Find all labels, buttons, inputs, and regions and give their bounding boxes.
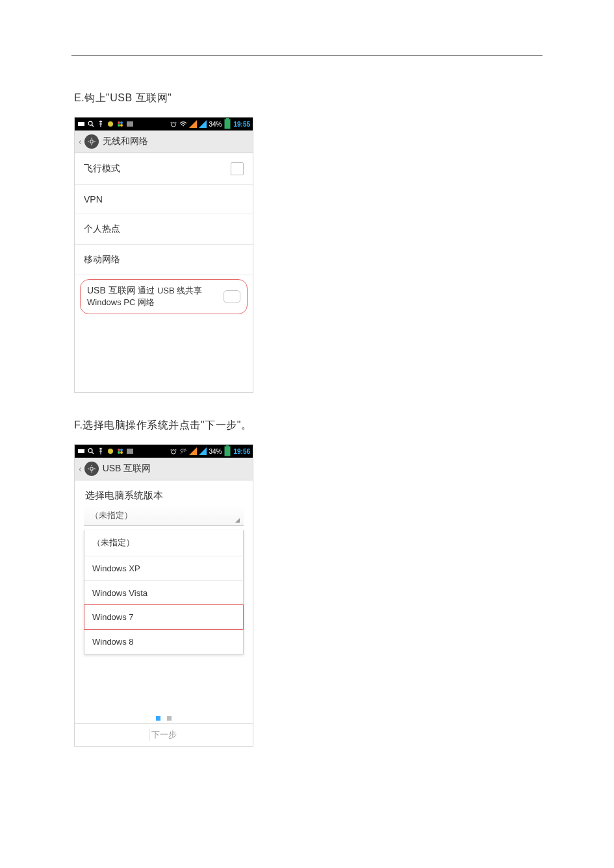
os-select-heading: 选择电脑系统版本 <box>75 480 253 506</box>
os-select-current[interactable]: （未指定） <box>84 506 244 526</box>
usb-screen-title: USB 互联网 <box>103 463 151 475</box>
svg-rect-18 <box>94 141 96 142</box>
page-dot-2 <box>167 716 172 721</box>
battery-percent: 34% <box>209 448 222 455</box>
status-left-icons <box>77 447 134 455</box>
svg-point-14 <box>88 138 95 145</box>
alarm-icon <box>170 447 177 455</box>
step-e-caption: E.钩上"USB 互联网" <box>74 92 543 105</box>
svg-marker-31 <box>199 447 207 455</box>
status-right-icons: 34% 19:55 <box>170 120 250 128</box>
row-vpn[interactable]: VPN <box>75 185 253 214</box>
phone-blank-area <box>75 314 253 392</box>
usb-title-bar[interactable]: ‹ USB 互联网 <box>75 458 253 480</box>
step-f-caption: F.选择电脑操作系统并点击"下一步"。 <box>74 419 543 432</box>
search-icon <box>87 120 95 128</box>
usb-icon <box>97 120 105 128</box>
signal-2-icon <box>199 447 207 455</box>
svg-marker-10 <box>189 120 197 128</box>
battery-percent: 34% <box>209 121 222 128</box>
wifi-off-icon <box>179 447 187 455</box>
svg-rect-32 <box>225 447 231 456</box>
row-label: 飞行模式 <box>84 163 225 175</box>
row-label: 移动网络 <box>84 254 244 266</box>
svg-marker-11 <box>199 120 207 128</box>
os-option-winxp[interactable]: Windows XP <box>84 556 243 580</box>
signal-1-icon <box>189 120 197 128</box>
svg-point-9 <box>172 123 175 127</box>
battery-icon <box>224 120 231 128</box>
page-indicator <box>75 654 253 723</box>
back-chevron-icon[interactable]: ‹ <box>79 464 82 474</box>
row-airplane-mode[interactable]: 飞行模式 <box>75 153 253 185</box>
back-chevron-icon[interactable]: ‹ <box>79 136 82 147</box>
os-option-winvista[interactable]: Windows Vista <box>84 580 243 605</box>
page-header-rule <box>71 55 543 56</box>
keyboard-icon <box>77 120 85 128</box>
page-dot-1 <box>156 716 160 721</box>
phone-frame-2: 34% 19:56 ‹ USB 互联网 选择电脑系统版本 （未指定） （未指定）… <box>74 444 253 747</box>
svg-rect-37 <box>88 468 89 469</box>
svg-point-26 <box>120 451 123 454</box>
apps-icon <box>116 120 124 128</box>
settings-list: 飞行模式 VPN 个人热点 移动网络 USB 互联网 通过 USB 线共享 Wi… <box>75 153 253 392</box>
signal-2-icon <box>199 120 207 128</box>
os-option-unspecified[interactable]: （未指定） <box>84 530 243 556</box>
svg-line-2 <box>92 125 94 127</box>
sync-icon <box>107 120 114 128</box>
svg-rect-12 <box>225 119 231 129</box>
status-time: 19:55 <box>233 121 250 128</box>
svg-point-5 <box>120 121 123 124</box>
usb-row-title: USB 互联网 <box>87 285 136 295</box>
os-dropdown-list: （未指定） Windows XP Windows Vista Windows 7… <box>84 530 244 654</box>
usb-internet-checkbox[interactable] <box>224 290 240 303</box>
settings-title-bar[interactable]: ‹ 无线和网络 <box>75 130 253 153</box>
svg-rect-33 <box>226 445 229 447</box>
next-button[interactable]: 下一步 <box>151 729 177 741</box>
signal-1-icon <box>189 447 197 455</box>
svg-point-6 <box>118 124 120 127</box>
bottom-bar-separator <box>149 729 150 741</box>
row-mobile-network[interactable]: 移动网络 <box>75 245 253 275</box>
status-right-icons: 34% 19:56 <box>170 447 250 455</box>
svg-point-25 <box>118 451 120 454</box>
svg-point-24 <box>120 449 123 451</box>
screenshot-1: 34% 19:55 ‹ 无线和网络 飞行模式 <box>74 117 543 393</box>
svg-rect-0 <box>78 122 84 126</box>
svg-rect-27 <box>127 449 133 454</box>
row-label: 个人热点 <box>84 223 244 235</box>
usb-row-text: USB 互联网 通过 USB 线共享 Windows PC 网络 <box>87 285 218 308</box>
os-option-win7-selected[interactable]: Windows 7 <box>84 604 244 630</box>
os-option-win8[interactable]: Windows 8 <box>84 629 243 654</box>
usb-icon <box>97 447 105 455</box>
android-status-bar: 34% 19:55 <box>75 118 253 130</box>
svg-point-23 <box>118 449 120 451</box>
svg-point-28 <box>172 450 175 454</box>
settings-gear-icon <box>84 462 99 476</box>
android-status-bar: 34% 19:56 <box>75 445 253 458</box>
airplane-checkbox[interactable] <box>231 162 244 175</box>
alarm-icon <box>170 120 177 128</box>
svg-point-1 <box>88 121 92 125</box>
screenshot-2: 34% 19:56 ‹ USB 互联网 选择电脑系统版本 （未指定） （未指定）… <box>74 444 543 747</box>
svg-point-3 <box>108 121 113 127</box>
svg-rect-36 <box>91 471 92 473</box>
keyboard-icon <box>77 447 85 455</box>
wifi-icon <box>179 120 187 128</box>
svg-point-22 <box>108 449 113 454</box>
status-left-icons <box>77 120 134 128</box>
row-hotspot[interactable]: 个人热点 <box>75 214 253 245</box>
svg-point-34 <box>88 465 95 473</box>
svg-rect-17 <box>88 141 89 142</box>
settings-gear-icon <box>84 134 99 149</box>
svg-rect-13 <box>226 118 229 119</box>
battery-icon <box>224 447 231 455</box>
svg-point-4 <box>118 121 120 124</box>
image-icon <box>126 120 134 128</box>
svg-point-20 <box>88 449 92 453</box>
svg-rect-16 <box>91 144 92 145</box>
row-label: VPN <box>84 194 244 205</box>
row-usb-internet-highlighted[interactable]: USB 互联网 通过 USB 线共享 Windows PC 网络 <box>80 279 248 314</box>
wizard-bottom-bar: 下一步 <box>75 723 253 746</box>
svg-rect-15 <box>91 138 92 139</box>
